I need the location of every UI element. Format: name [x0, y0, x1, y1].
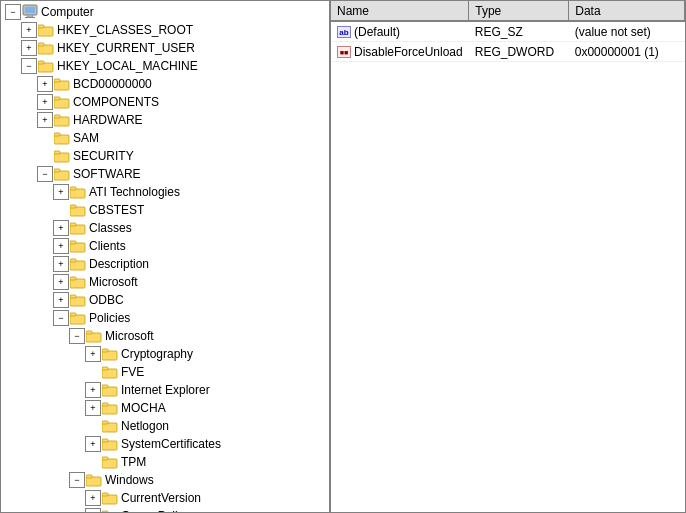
tree-item-hklm[interactable]: − HKEY_LOCAL_MACHINE [1, 57, 329, 75]
expand-description[interactable]: + [53, 256, 69, 272]
tree-item-crypto[interactable]: + Cryptography [1, 345, 329, 363]
folder-icon-currentversion [102, 491, 118, 505]
expand-mocha[interactable]: + [85, 400, 101, 416]
expand-ati[interactable]: + [53, 184, 69, 200]
tree-item-microsoft-sw[interactable]: + Microsoft [1, 273, 329, 291]
svg-rect-57 [102, 493, 108, 496]
tree-label-cbstest: CBSTEST [89, 203, 144, 217]
svg-rect-59 [102, 511, 108, 512]
expand-policies[interactable]: − [53, 310, 69, 326]
expand-software[interactable]: − [37, 166, 53, 182]
tree-item-netlogon[interactable]: Netlogon [1, 417, 329, 435]
tree-label-security: SECURITY [73, 149, 134, 163]
folder-icon-ms-policies [86, 329, 102, 343]
tree-item-classes[interactable]: + Classes [1, 219, 329, 237]
expand-microsoft-sw[interactable]: + [53, 274, 69, 290]
tree-item-components[interactable]: + COMPONENTS [1, 93, 329, 111]
tree-item-mocha[interactable]: + MOCHA [1, 399, 329, 417]
tree-item-windows[interactable]: − Windows [1, 471, 329, 489]
tree-label-clients: Clients [89, 239, 126, 253]
expand-windows[interactable]: − [69, 472, 85, 488]
tree-item-fve[interactable]: FVE [1, 363, 329, 381]
reg-dword-icon: ■■ [337, 46, 351, 58]
cell-type: REG_DWORD [469, 42, 569, 62]
cell-name: ■■ DisableForceUnload [331, 42, 469, 62]
svg-rect-21 [54, 169, 60, 172]
svg-rect-33 [70, 277, 76, 280]
expand-currentversion[interactable]: + [85, 490, 101, 506]
table-row[interactable]: ■■ DisableForceUnload REG_DWORD 0x000000… [331, 42, 685, 62]
folder-icon-ati [70, 185, 86, 199]
expand-ms-policies[interactable]: − [69, 328, 85, 344]
svg-rect-31 [70, 259, 76, 262]
registry-table: Name Type Data ab (Default) REG_SZ (valu… [331, 1, 685, 62]
tree-label-hkcr: HKEY_CLASSES_ROOT [57, 23, 193, 37]
data-panel[interactable]: Name Type Data ab (Default) REG_SZ (valu… [331, 1, 685, 512]
tree-label-bcd: BCD00000000 [73, 77, 152, 91]
tree-panel[interactable]: − Computer + HKEY_CLASSES_ROO [1, 1, 331, 512]
computer-icon [22, 4, 38, 20]
registry-editor: − Computer + HKEY_CLASSES_ROO [0, 0, 686, 513]
svg-rect-55 [86, 475, 92, 478]
tree-item-computer[interactable]: − Computer [1, 3, 329, 21]
expand-hklm[interactable]: − [21, 58, 37, 74]
tree-item-hkcr[interactable]: + HKEY_CLASSES_ROOT [1, 21, 329, 39]
tree-item-software[interactable]: − SOFTWARE [1, 165, 329, 183]
tree-item-currentversion[interactable]: + CurrentVersion [1, 489, 329, 507]
expand-odbc[interactable]: + [53, 292, 69, 308]
tree-item-hkcu[interactable]: + HKEY_CURRENT_USER [1, 39, 329, 57]
folder-icon-cbstest [70, 203, 86, 217]
tree-item-hardware[interactable]: + HARDWARE [1, 111, 329, 129]
expand-hkcr[interactable]: + [21, 22, 37, 38]
tree-item-grouppolicy[interactable]: + Group Policy [1, 507, 329, 512]
tree-label-odbc: ODBC [89, 293, 124, 307]
svg-rect-2 [27, 15, 33, 17]
expand-syscerts[interactable]: + [85, 436, 101, 452]
tree-label-crypto: Cryptography [121, 347, 193, 361]
expand-grouppolicy[interactable]: + [85, 508, 101, 512]
col-name[interactable]: Name [331, 1, 469, 21]
svg-rect-7 [38, 43, 44, 46]
expand-crypto[interactable]: + [85, 346, 101, 362]
tree-item-security[interactable]: SECURITY [1, 147, 329, 165]
expand-hardware[interactable]: + [37, 112, 53, 128]
cell-data: 0x00000001 (1) [569, 42, 685, 62]
svg-rect-45 [102, 385, 108, 388]
tree-item-cbstest[interactable]: CBSTEST [1, 201, 329, 219]
tree-item-ie[interactable]: + Internet Explorer [1, 381, 329, 399]
tree-item-odbc[interactable]: + ODBC [1, 291, 329, 309]
folder-icon-microsoft-sw [70, 275, 86, 289]
expand-bcd[interactable]: + [37, 76, 53, 92]
expand-computer[interactable]: − [5, 4, 21, 20]
tree-label-classes: Classes [89, 221, 132, 235]
tree-label-description: Description [89, 257, 149, 271]
folder-icon-sam [54, 131, 70, 145]
tree-item-clients[interactable]: + Clients [1, 237, 329, 255]
folder-icon-policies [70, 311, 86, 325]
tree-item-ms-policies[interactable]: − Microsoft [1, 327, 329, 345]
tree-item-tpm[interactable]: TPM [1, 453, 329, 471]
tree-item-syscerts[interactable]: + SystemCertificates [1, 435, 329, 453]
expand-ie[interactable]: + [85, 382, 101, 398]
expand-components[interactable]: + [37, 94, 53, 110]
folder-icon-classes [70, 221, 86, 235]
svg-rect-29 [70, 241, 76, 244]
tree-item-policies[interactable]: − Policies [1, 309, 329, 327]
expand-classes[interactable]: + [53, 220, 69, 236]
expand-clients[interactable]: + [53, 238, 69, 254]
svg-rect-15 [54, 115, 60, 118]
tree-item-description[interactable]: + Description [1, 255, 329, 273]
expand-hkcu[interactable]: + [21, 40, 37, 56]
tree-item-bcd[interactable]: + BCD00000000 [1, 75, 329, 93]
col-data[interactable]: Data [569, 1, 685, 21]
folder-icon-netlogon [102, 419, 118, 433]
tree-label-hklm: HKEY_LOCAL_MACHINE [57, 59, 198, 73]
tree-item-ati[interactable]: + ATI Technologies [1, 183, 329, 201]
folder-icon-grouppolicy [102, 509, 118, 512]
tree-label-ati: ATI Technologies [89, 185, 180, 199]
col-type[interactable]: Type [469, 1, 569, 21]
svg-rect-9 [38, 61, 44, 64]
expand-placeholder-sam [37, 130, 53, 146]
table-row[interactable]: ab (Default) REG_SZ (value not set) [331, 21, 685, 42]
tree-item-sam[interactable]: SAM [1, 129, 329, 147]
